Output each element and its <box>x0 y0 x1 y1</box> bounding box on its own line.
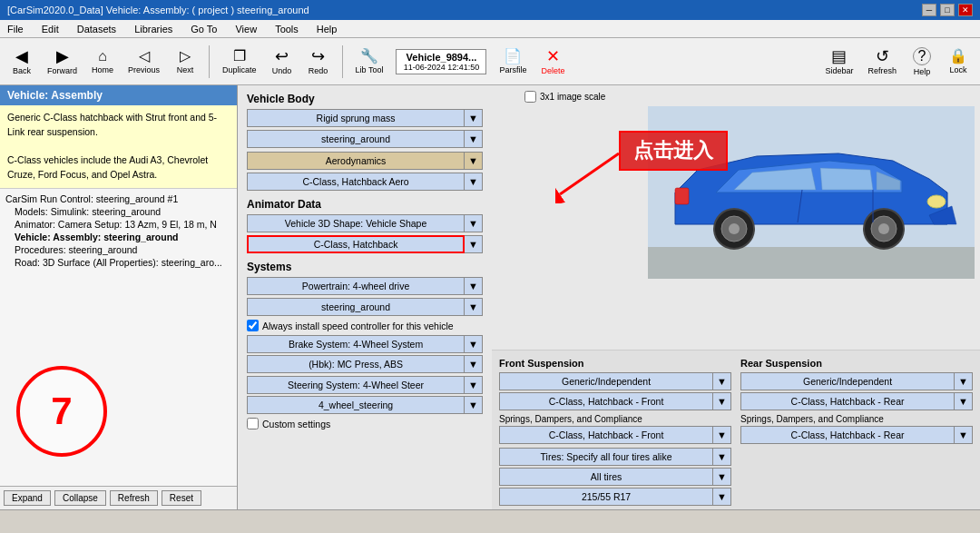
front-springs-label: C-Class, Hatchback - Front <box>499 426 713 444</box>
aerodynamics-title: Aerodynamics <box>326 155 387 166</box>
image-scale-checkbox[interactable] <box>524 91 536 103</box>
reset-button[interactable]: Reset <box>162 490 201 506</box>
menu-goto[interactable]: Go To <box>187 24 220 35</box>
powertrain-value-dropdown-wrap: steering_around ▼ <box>247 298 483 316</box>
front-type-arrow[interactable]: ▼ <box>713 372 731 390</box>
menu-view[interactable]: View <box>231 24 260 35</box>
tree-item-animator-label: Animator: Camera Setup: 13 Azm, 9 El, 18… <box>15 219 217 230</box>
expand-button[interactable]: Expand <box>4 490 51 506</box>
status-bar <box>0 509 980 533</box>
hatchback-arrow[interactable]: ▼ <box>465 235 483 253</box>
sidebar-label: Sidebar <box>825 66 853 75</box>
next-button[interactable]: ▷ Next <box>169 47 201 76</box>
custom-settings-checkbox-row: Custom settings <box>247 418 483 429</box>
front-springs-section-label: Springs, Dampers, and Compliance <box>499 414 731 424</box>
front-type-label: Generic/Independent <box>499 372 713 390</box>
duplicate-button[interactable]: ❐ Duplicate <box>217 47 262 76</box>
custom-settings-checkbox[interactable] <box>247 418 259 429</box>
undo-button[interactable]: ↩ Undo <box>266 46 299 77</box>
car-image-container <box>497 106 975 344</box>
sidebar-button[interactable]: ▤ Sidebar <box>819 46 858 77</box>
home-button[interactable]: ⌂ Home <box>86 47 119 76</box>
redo-label: Redo <box>309 66 328 75</box>
menu-libraries[interactable]: Libraries <box>131 24 176 35</box>
info-box: Generic C-Class hatchback with Strut fro… <box>0 105 237 189</box>
menu-file[interactable]: File <box>4 24 27 35</box>
tree-refresh-button[interactable]: Refresh <box>110 490 158 506</box>
menu-datasets[interactable]: Datasets <box>74 24 120 35</box>
previous-button[interactable]: ◁ Previous <box>122 47 165 76</box>
rear-type-label: Generic/Independent <box>740 372 955 390</box>
vehicle-shape-arrow[interactable]: ▼ <box>465 214 483 232</box>
help-button[interactable]: ? Help <box>906 45 938 78</box>
delete-button[interactable]: ✕ Delete <box>535 46 570 77</box>
tree-item-models[interactable]: Models: Simulink: steering_around <box>4 205 233 218</box>
svg-point-2 <box>927 195 946 208</box>
front-tires-arrow[interactable]: ▼ <box>713 448 731 466</box>
tree-item-vehicle[interactable]: Vehicle: Assembly: steering_around <box>4 231 233 243</box>
back-button[interactable]: ◀ Back <box>5 46 38 77</box>
front-model-arrow[interactable]: ▼ <box>713 392 731 410</box>
forward-button[interactable]: ▶ Forward <box>42 46 83 77</box>
tree-item-road[interactable]: Road: 3D Surface (All Properties): steer… <box>4 256 233 269</box>
svg-point-6 <box>729 223 740 234</box>
duplicate-label: Duplicate <box>222 65 257 74</box>
brake-system-arrow[interactable]: ▼ <box>465 335 483 353</box>
help-icon: ? <box>913 47 931 65</box>
delete-icon: ✕ <box>546 48 560 64</box>
tree-item-vehicle-label: Vehicle: Assembly: steering_around <box>15 232 179 242</box>
steering-value-arrow[interactable]: ▼ <box>465 396 483 414</box>
brake-sublabel: (Hbk): MC Press, ABS <box>247 355 465 373</box>
steering-system-label: Steering System: 4-Wheel Steer <box>247 376 465 394</box>
refresh-button[interactable]: ↺ Refresh <box>862 46 902 77</box>
hatchback-label: C-Class, Hatchback <box>247 235 465 253</box>
powertrain-arrow[interactable]: ▼ <box>465 277 483 295</box>
redo-button[interactable]: ↪ Redo <box>302 46 335 77</box>
center-panel: Vehicle Body Rigid sprung mass ▼ steerin… <box>238 85 492 509</box>
back-label: Back <box>13 66 31 75</box>
annotation-container: 点击进入 <box>619 131 728 171</box>
lock-button[interactable]: 🔒 Lock <box>942 47 975 76</box>
steering-system-arrow[interactable]: ▼ <box>465 376 483 394</box>
sidebar-icon: ▤ <box>831 48 847 64</box>
aero-value-arrow[interactable]: ▼ <box>465 173 483 191</box>
brake-system-label: Brake System: 4-Wheel System <box>247 335 465 353</box>
front-springs-arrow[interactable]: ▼ <box>713 426 731 444</box>
front-type-dropdown-wrap: Generic/Independent ▼ <box>499 372 731 390</box>
front-tires-value-arrow[interactable]: ▼ <box>713 468 731 486</box>
window-title: [CarSim2020.0_Data] Vehicle: Assembly: (… <box>7 5 309 15</box>
lib-tool-button[interactable]: 🔧 Lib Tool <box>350 47 389 76</box>
tree-item-animator[interactable]: Animator: Camera Setup: 13 Azm, 9 El, 18… <box>4 218 233 231</box>
front-suspension-panel: Front Suspension Generic/Independent ▼ C… <box>499 358 731 506</box>
window-controls[interactable]: ─ □ ✕ <box>922 4 973 16</box>
rear-model-arrow[interactable]: ▼ <box>955 392 973 410</box>
minimize-button[interactable]: ─ <box>922 4 936 16</box>
help-label: Help <box>914 67 931 76</box>
menu-edit[interactable]: Edit <box>38 24 63 35</box>
previous-label: Previous <box>128 65 160 74</box>
svg-line-13 <box>560 153 619 194</box>
menu-tools[interactable]: Tools <box>271 24 302 35</box>
menu-help[interactable]: Help <box>313 24 341 35</box>
maximize-button[interactable]: □ <box>940 4 955 16</box>
speed-controller-checkbox[interactable] <box>247 320 259 331</box>
section-header: Vehicle: Assembly <box>0 85 237 105</box>
rigid-mass-arrow[interactable]: ▼ <box>465 109 483 127</box>
rear-type-arrow[interactable]: ▼ <box>955 372 973 390</box>
steering-around-arrow[interactable]: ▼ <box>465 130 483 148</box>
parsfile-button[interactable]: 📄 Parsfile <box>494 47 532 76</box>
collapse-button[interactable]: Collapse <box>54 490 106 506</box>
front-tire-size-arrow[interactable]: ▼ <box>713 488 731 506</box>
aerodynamics-arrow[interactable]: ▼ <box>465 152 483 170</box>
rear-springs-arrow[interactable]: ▼ <box>955 426 973 444</box>
svg-rect-1 <box>648 247 975 279</box>
powertrain-value-arrow[interactable]: ▼ <box>465 298 483 316</box>
brake-sublabel-arrow[interactable]: ▼ <box>465 355 483 373</box>
tree-item-procedures[interactable]: Procedures: steering_around <box>4 243 233 256</box>
front-springs-dropdown-wrap: C-Class, Hatchback - Front ▼ <box>499 426 731 444</box>
undo-icon: ↩ <box>275 48 289 64</box>
bottom-toolbar: Expand Collapse Refresh Reset <box>0 486 237 509</box>
close-button[interactable]: ✕ <box>958 4 973 16</box>
parsfile-icon: 📄 <box>504 49 522 64</box>
tree-item-carsim[interactable]: CarSim Run Control: steering_around #1 <box>4 192 233 205</box>
